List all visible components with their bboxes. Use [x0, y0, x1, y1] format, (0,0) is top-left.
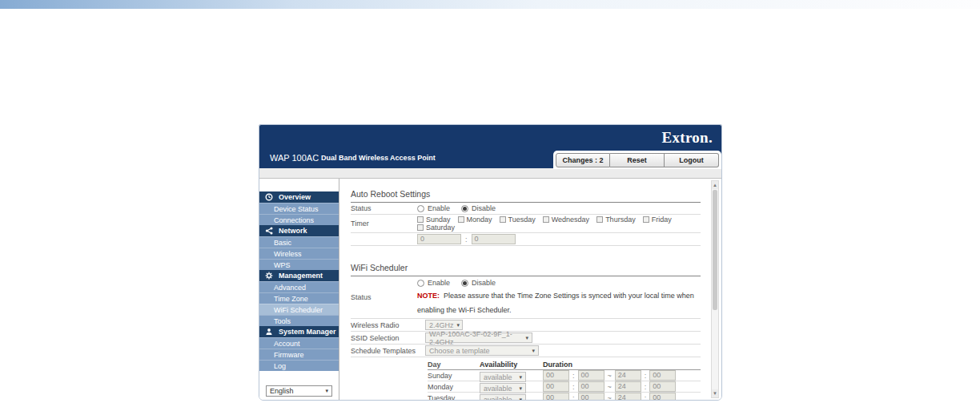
availability-select-tuesday[interactable]: available▾ [480, 394, 526, 400]
enable-radio-label: Enable [428, 204, 450, 212]
sidebar: OverviewDevice StatusConnectionsNetworkB… [259, 179, 339, 400]
auto-reboot-enable-radio[interactable] [417, 205, 424, 212]
wireless-radio-select[interactable]: 2.4GHz ▾ [425, 320, 463, 330]
wifi-disable-radio[interactable] [461, 280, 468, 287]
auto-reboot-timer-row: Timer SundayMondayTuesdayWednesdayThursd… [351, 215, 701, 233]
colon-separator: : [572, 372, 575, 380]
duration-to-hour-input[interactable]: 24 [615, 393, 641, 400]
sidebar-item-tools[interactable]: Tools [259, 315, 339, 326]
availability-cell: available▾ [480, 391, 543, 401]
duration-to-minute-input[interactable]: 00 [649, 393, 676, 400]
auto-reboot-status-row: Status Enable Disable [351, 203, 701, 215]
ssid-selection-row: SSID Selection WAP-100AC-3F-02-9F_1-2.4G… [351, 332, 701, 345]
schedule-template-select[interactable]: Choose a template ▾ [425, 345, 539, 356]
timer-day-friday: Friday [643, 216, 672, 224]
schedule-table: Day Availability Duration Sundayavailabl… [428, 359, 701, 400]
schedule-day-label: Sunday [428, 372, 480, 380]
sidebar-item-time-zone[interactable]: Time Zone [259, 292, 339, 304]
duration-from-hour-input[interactable]: 00 [543, 370, 569, 381]
wireless-radio-row: Wireless Radio 2.4GHz ▾ [351, 319, 701, 332]
reboot-hour-input[interactable]: 0 [417, 234, 461, 244]
timer-day-checkbox-monday[interactable] [458, 216, 464, 223]
timer-day-checkbox-thursday[interactable] [596, 216, 603, 223]
duration-to-hour-input[interactable]: 24 [615, 381, 641, 392]
changes-button[interactable]: Changes : 2 [556, 153, 610, 167]
schedule-day-label: Tuesday [428, 394, 480, 401]
day-column-header: Day [428, 361, 480, 369]
chevron-down-icon: ▾ [457, 322, 460, 328]
timer-day-checkbox-saturday[interactable] [417, 224, 424, 231]
scrollbar-thumb[interactable] [713, 190, 717, 310]
duration-from-hour-input[interactable]: 00 [543, 393, 569, 400]
device-subtitle: Dual Band Wireless Access Point [321, 154, 436, 162]
duration-from-minute-input[interactable]: 00 [578, 393, 604, 400]
duration-from-minute-input[interactable]: 00 [578, 381, 604, 392]
note-text: Please assure that the Time Zone Setting… [417, 292, 694, 314]
schedule-rows: Sundayavailable▾00:00~24:00Mondayavailab… [428, 370, 701, 400]
vertical-scrollbar[interactable]: ▲ ▼ [711, 180, 719, 398]
duration-from-minute-input[interactable]: 00 [578, 370, 604, 381]
language-select[interactable]: English ▾ [266, 385, 332, 397]
sidebar-item-firmware[interactable]: Firmware [259, 349, 339, 360]
duration-to-hour-input[interactable]: 24 [615, 370, 641, 381]
scrollbar-down-icon[interactable]: ▼ [712, 389, 718, 397]
timer-day-label: Tuesday [508, 216, 536, 224]
timer-day-label: Wednesday [552, 216, 589, 224]
chevron-down-icon: ▾ [325, 388, 328, 394]
sidebar-item-account[interactable]: Account [259, 337, 339, 349]
sidebar-item-connections[interactable]: Connections [259, 214, 339, 225]
duration-to-minute-input[interactable]: 00 [649, 381, 676, 392]
chevron-down-icon: ▾ [532, 348, 535, 354]
schedule-day-label: Monday [428, 383, 480, 391]
timer-day-label: Sunday [426, 216, 451, 224]
timer-day-label: Thursday [605, 216, 636, 224]
reset-button[interactable]: Reset [610, 153, 665, 167]
schedule-table-section: Schedule Table Day Availability Duration… [351, 359, 701, 400]
schedule-table-label: Schedule Table [351, 359, 428, 400]
sidebar-item-wps[interactable]: WPS [259, 259, 339, 270]
colon-separator: : [465, 236, 468, 244]
logout-button[interactable]: Logout [665, 153, 719, 167]
timer-day-checkbox-sunday[interactable] [417, 216, 424, 223]
reboot-minute-input[interactable]: 0 [472, 234, 516, 244]
chevron-down-icon: ▾ [519, 397, 522, 401]
sidebar-section-overview[interactable]: Overview [259, 191, 339, 203]
sidebar-item-log[interactable]: Log [259, 360, 339, 371]
tilde-separator: ~ [608, 372, 612, 380]
colon-separator: : [645, 372, 647, 380]
timer-day-label: Friday [652, 216, 672, 224]
duration-group: 00:00~24:00 [543, 370, 676, 381]
timer-day-checkbox-tuesday[interactable] [500, 216, 506, 223]
auto-reboot-disable-radio[interactable] [461, 205, 468, 212]
scrollbar-up-icon[interactable]: ▲ [712, 181, 718, 189]
timer-day-saturday: Saturday [417, 224, 455, 232]
app-window: Extron. WAP 100AC Dual Band Wireless Acc… [259, 124, 722, 401]
timer-day-thursday: Thursday [596, 216, 636, 224]
duration-to-minute-input[interactable]: 00 [649, 370, 676, 381]
sidebar-section-system-manager[interactable]: System Manager [259, 326, 339, 337]
sidebar-section-management[interactable]: Management [259, 270, 339, 281]
sidebar-item-device-status[interactable]: Device Status [259, 203, 339, 214]
duration-from-hour-input[interactable]: 00 [543, 381, 569, 392]
wifi-enable-radio[interactable] [417, 280, 424, 287]
schedule-table-header: Day Availability Duration [428, 359, 701, 370]
sidebar-section-network[interactable]: Network [259, 225, 339, 236]
timer-day-checkbox-wednesday[interactable] [543, 216, 549, 223]
wifi-status-label: Status [351, 293, 417, 301]
schedule-row-tuesday: Tuesdayavailable▾00:00~24:00 [428, 393, 701, 400]
sidebar-item-wireless[interactable]: Wireless [259, 248, 339, 259]
sidebar-item-basic[interactable]: Basic [259, 236, 339, 248]
chevron-down-icon: ▾ [525, 335, 528, 341]
wireless-radio-value: 2.4GHz [429, 321, 454, 329]
colon-separator: : [572, 394, 575, 401]
availability-column-header: Availability [480, 361, 543, 369]
sidebar-item-advanced[interactable]: Advanced [259, 281, 339, 292]
wifi-enable-radio-label: Enable [428, 279, 450, 287]
timer-day-checkbox-friday[interactable] [643, 216, 649, 223]
network-icon [265, 227, 273, 235]
ssid-select[interactable]: WAP-100AC-3F-02-9F_1-2.4GHz ▾ [425, 332, 532, 343]
language-select-value: English [270, 387, 294, 395]
timer-days: SundayMondayTuesdayWednesdayThursdayFrid… [417, 216, 701, 232]
sidebar-item-wifi-scheduler[interactable]: WiFi Scheduler [259, 304, 339, 315]
extron-logo: Extron. [661, 129, 713, 147]
